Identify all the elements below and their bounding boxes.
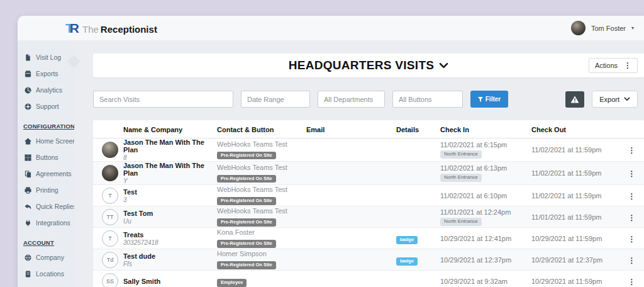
logo-name: Receptionist [101, 24, 157, 35]
check-in-cell: 11/01/2021 at 12:24pmNorth Entrance [434, 208, 528, 226]
col-name-company: Name & Company [123, 126, 217, 133]
sidebar-item-locations[interactable]: Locations [18, 266, 74, 282]
export-button[interactable]: Export [592, 91, 638, 108]
visitor-company: 8 [123, 154, 217, 161]
visitor-avatar: T [102, 230, 118, 247]
sidebar-item-agreements[interactable]: Agreements [18, 166, 74, 182]
departments-input[interactable] [318, 91, 385, 108]
check-out-cell: 10/29/2021 at 11:59pm [528, 278, 619, 285]
check-out-cell: 11/02/2021 at 11:59pm [528, 192, 619, 200]
alert-button[interactable] [565, 91, 584, 108]
table-row[interactable]: Jason The Man With The PlanY WebHooks Te… [93, 162, 644, 185]
chevron-down-icon [624, 97, 630, 101]
filter-bar: Filter Export [93, 91, 644, 108]
row-menu-icon[interactable]: ⋮ [628, 213, 636, 222]
chevron-down-icon [439, 62, 448, 69]
sidebar-item-printing[interactable]: Printing [18, 182, 74, 198]
funnel-icon [478, 97, 483, 102]
sidebar-item-integrations[interactable]: Integrations [18, 215, 74, 231]
entrance-badge: North Entrance [440, 218, 482, 226]
row-menu-icon[interactable]: ⋮ [628, 169, 636, 178]
table-row[interactable]: T Treats3032572418 Kona FosterPre-Regist… [93, 228, 644, 249]
sidebar-item-exports[interactable]: Exports [18, 65, 74, 82]
date-range-input[interactable] [241, 91, 310, 108]
page-header-card: HEADQUARTERS VISITS Actions ⋮ [93, 53, 644, 77]
visitor-company: Ffs [123, 261, 217, 267]
check-in-cell: 10/29/2021 at 12:37pm [434, 256, 528, 264]
visitor-avatar: SS [102, 273, 118, 287]
actions-button[interactable]: Actions ⋮ [589, 58, 638, 73]
contact-name: WebHooks Teams Test [217, 207, 306, 215]
buttons-input[interactable] [392, 91, 463, 108]
contact-name: Kona Foster [217, 228, 306, 236]
grid-icon [25, 154, 31, 161]
visitor-company: Uu [123, 218, 217, 225]
user-avatar [571, 21, 586, 35]
col-check-in: Check In [434, 126, 528, 133]
table-row[interactable]: Td Test dudeFfs Homer SimpsonPre-Registe… [93, 249, 644, 271]
table-row[interactable]: TT Test TomUu WebHooks Teams TestPre-Reg… [93, 206, 644, 228]
table-row[interactable]: SS Sally Smith Employee 10/29/2021 at 9:… [93, 271, 644, 287]
check-out-cell: 11/02/2021 at 11:59pm [528, 169, 619, 177]
user-menu[interactable]: Tom Foster ▾ [571, 21, 634, 35]
sidebar-item-quick-replies[interactable]: Quick Replies [18, 198, 74, 215]
button-badge: Pre-Registered On Site [217, 240, 276, 248]
sidebar-item-support[interactable]: Support [18, 98, 74, 115]
contact-name: Homer Simpson [217, 250, 306, 257]
check-out-cell: 11/02/2021 at 11:59pm [528, 146, 619, 154]
page-title: HEADQUARTERS VISITS [289, 59, 435, 72]
entrance-badge: North Entrance [440, 150, 482, 159]
button-badge: Pre-Registered On Site [217, 197, 276, 205]
building-icon [25, 271, 31, 278]
row-menu-icon[interactable]: ⋮ [628, 278, 636, 286]
sidebar-item-analytics[interactable]: Analytics [18, 82, 74, 98]
visitor-name: Test [123, 188, 217, 196]
check-out-cell: 10/29/2021 at 12:37pm [528, 256, 619, 264]
table-header-row: Name & Company Contact & Button Email De… [93, 120, 644, 138]
visitor-avatar [102, 165, 118, 181]
sidebar-section-configuration: CONFIGURATION [18, 115, 74, 133]
printer-icon [25, 187, 31, 194]
kebab-icon: ⋮ [624, 62, 631, 69]
globe-icon [25, 254, 31, 261]
contact-name: WebHooks Teams Test [217, 186, 306, 193]
row-menu-icon[interactable]: ⋮ [628, 256, 636, 265]
row-menu-icon[interactable]: ⋮ [628, 192, 636, 201]
sidebar-item-home-screen[interactable]: Home Screen [18, 133, 74, 149]
visitor-avatar [102, 142, 118, 158]
visitor-name: Jason The Man With The Plan [123, 162, 217, 177]
col-details: Details [389, 126, 434, 133]
entrance-badge: North Entrance [440, 174, 482, 182]
visitor-avatar: Td [102, 252, 118, 268]
button-badge: Employee [217, 279, 247, 287]
sidebar-item-visit-log[interactable]: Visit Log [18, 49, 74, 65]
button-badge: Pre-Registered On Site [217, 152, 276, 160]
col-check-out: Check Out [528, 126, 619, 133]
check-in-cell: 11/02/2021 at 6:10pm [434, 192, 528, 200]
search-input[interactable] [93, 91, 233, 108]
check-out-cell: 10/29/2021 at 11:59pm [528, 235, 619, 242]
row-menu-icon[interactable]: ⋮ [628, 146, 636, 155]
details-badge: badge [396, 257, 418, 266]
pages-icon [25, 171, 31, 177]
document-icon [25, 54, 31, 61]
table-row[interactable]: Jason The Man With The Plan8 WebHooks Te… [93, 138, 644, 162]
visitor-avatar: TT [102, 209, 118, 225]
table-row[interactable]: T Test3 WebHooks Teams TestPre-Registere… [93, 185, 644, 206]
sidebar-section-account: ACCOUNT [18, 231, 74, 249]
row-menu-icon[interactable]: ⋮ [628, 235, 636, 244]
sidebar-item-buttons[interactable]: Buttons [18, 149, 74, 166]
location-selector[interactable]: HEADQUARTERS VISITS [289, 59, 449, 72]
logo-prefix: The [82, 24, 99, 35]
sidebar-item-company[interactable]: Company [18, 249, 74, 266]
filter-button[interactable]: Filter [470, 91, 508, 108]
visitor-company: Y [123, 177, 217, 184]
contact-name: WebHooks Teams Test [217, 140, 306, 148]
details-badge: badge [396, 236, 418, 244]
contact-name: WebHooks Teams Test [217, 164, 306, 171]
app-window: TR The Receptionist Tom Foster ▾ Visit L… [18, 16, 644, 287]
check-in-cell: 11/02/2021 at 6:13pmNorth Entrance [434, 164, 528, 182]
visitor-name: Treats [123, 231, 217, 239]
check-in-cell: 11/02/2021 at 6:15pmNorth Entrance [434, 141, 528, 159]
calendar-icon [25, 70, 31, 77]
